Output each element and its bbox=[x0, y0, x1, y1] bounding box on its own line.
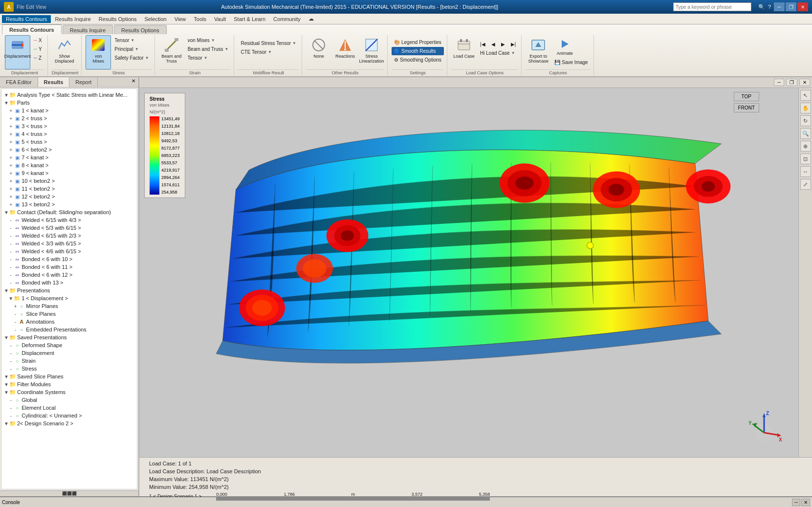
vp-close-button[interactable]: ✕ bbox=[799, 79, 810, 86]
close-button[interactable]: ✕ bbox=[797, 2, 808, 11]
smooth-results-button[interactable]: 🔵 Smooth Results bbox=[392, 47, 444, 55]
expand-button[interactable]: + bbox=[8, 162, 14, 168]
hi-load-case-button[interactable]: Hi Load Case ▼ bbox=[478, 49, 518, 57]
tree-item[interactable]: +▣13 < beton2 > bbox=[1, 200, 137, 208]
stress-linearization-button[interactable]: StressLinearization bbox=[359, 35, 384, 69]
tree-item[interactable]: -⇔Welded < 6/15 with 4/3 > bbox=[1, 216, 137, 224]
expand-button[interactable]: - bbox=[8, 405, 14, 411]
export-showcase-button[interactable]: Export toShowcase bbox=[526, 35, 551, 69]
smoothing-options-button[interactable]: ⚙ Smoothing Options bbox=[392, 56, 444, 64]
menu-cloud[interactable]: ☁ bbox=[305, 15, 318, 23]
menu-view[interactable]: View bbox=[171, 15, 190, 23]
expand-button[interactable]: - bbox=[12, 319, 18, 325]
tree-item[interactable]: ▼📁Saved Presentations bbox=[1, 333, 137, 341]
expand-button[interactable]: - bbox=[8, 272, 14, 278]
tab-results-options[interactable]: Results Options bbox=[114, 25, 167, 34]
expand-button[interactable]: + bbox=[8, 123, 14, 129]
von-mises-button[interactable]: vonMises bbox=[86, 35, 111, 69]
expand-button[interactable]: + bbox=[8, 170, 14, 176]
menu-tools[interactable]: Tools bbox=[190, 15, 210, 23]
expand-button[interactable]: ▼ bbox=[3, 100, 9, 106]
search-icon[interactable]: 🔍 bbox=[758, 4, 765, 10]
tree-item[interactable]: -AAnnotations bbox=[1, 318, 137, 326]
tree-item[interactable]: -○Embedded Presentations bbox=[1, 326, 137, 333]
tree-item[interactable]: ▼📁Analysis Type < Static Stress with Lin… bbox=[1, 91, 137, 99]
tree-item[interactable]: -⇔Bonded < 6 with 11 > bbox=[1, 263, 137, 271]
tree-item[interactable]: -⇔Welded < 3/3 with 6/15 > bbox=[1, 240, 137, 247]
expand-button[interactable]: - bbox=[12, 311, 18, 317]
lc-last-button[interactable]: ▶| bbox=[508, 40, 519, 48]
tree-item[interactable]: +▣4 < truss > bbox=[1, 130, 137, 138]
cte-tensor-button[interactable]: CTE Tensor ▼ bbox=[238, 48, 299, 56]
tree-item[interactable]: +▣7 < kanat > bbox=[1, 154, 137, 161]
tree-item[interactable]: +▣9 < kanat > bbox=[1, 169, 137, 177]
strain-beam-truss-button[interactable]: Beam and Truss ▼ bbox=[185, 45, 231, 53]
expand-button[interactable]: ▼ bbox=[3, 334, 9, 340]
canvas-area[interactable]: Stress von Mises N/(m^2) 13451,49 12131,… bbox=[139, 88, 798, 457]
menu-results-contours[interactable]: Results Contours bbox=[2, 15, 51, 23]
expand-button[interactable]: - bbox=[8, 264, 14, 270]
expand-button[interactable]: + bbox=[8, 147, 14, 153]
tree-item[interactable]: -⇔Welded < 6/15 with 2/3 > bbox=[1, 232, 137, 240]
legend-properties-button[interactable]: 🎨 Legend Properties bbox=[392, 38, 444, 46]
expand-button[interactable]: - bbox=[8, 256, 14, 262]
tree-item[interactable]: -○Global bbox=[1, 396, 137, 404]
expand-button[interactable]: ▼ bbox=[8, 295, 14, 301]
tree-item[interactable]: +▣11 < beton2 > bbox=[1, 185, 137, 193]
tree-item[interactable]: +▣8 < kanat > bbox=[1, 161, 137, 169]
beam-truss-button[interactable]: Beam andTruss bbox=[159, 35, 184, 69]
tree-item[interactable]: +▣3 < truss > bbox=[1, 122, 137, 130]
expand-button[interactable]: - bbox=[8, 217, 14, 223]
minimize-button[interactable]: ─ bbox=[774, 2, 785, 11]
menu-community[interactable]: Community bbox=[269, 15, 305, 23]
axis-y-button[interactable]: ─ Y bbox=[31, 45, 44, 53]
lc-first-button[interactable]: |◀ bbox=[478, 40, 488, 48]
expand-button[interactable]: ▼ bbox=[3, 287, 9, 293]
console-close[interactable]: ✕ bbox=[801, 499, 810, 506]
menu-results-options[interactable]: Results Options bbox=[95, 15, 141, 23]
zoom-window-tool[interactable]: ⊕ bbox=[800, 141, 811, 152]
search-input[interactable] bbox=[673, 2, 751, 11]
expand-button[interactable]: - bbox=[8, 248, 14, 254]
tree-item[interactable]: +▣5 < truss > bbox=[1, 138, 137, 146]
tree-item[interactable]: ▼📁Saved Slice Planes bbox=[1, 373, 137, 380]
tab-results[interactable]: Results bbox=[38, 77, 70, 87]
tool8[interactable]: ⤢ bbox=[800, 179, 811, 190]
expand-button[interactable]: ▼ bbox=[3, 420, 9, 426]
expand-button[interactable]: + bbox=[8, 178, 14, 184]
tree-item[interactable]: ▼📁Presentations bbox=[1, 287, 137, 294]
tree-item[interactable]: -⇔Bonded < 6 with 12 > bbox=[1, 271, 137, 279]
expand-button[interactable]: + bbox=[8, 108, 14, 113]
pan-tool[interactable]: ✋ bbox=[800, 103, 811, 113]
tree-item[interactable]: -○Displacement bbox=[1, 349, 137, 357]
expand-button[interactable]: + bbox=[8, 201, 14, 207]
tree-item[interactable]: ▼📁Parts bbox=[1, 99, 137, 107]
tree-item[interactable]: -○Cylindrical: < Unnamed > bbox=[1, 412, 137, 419]
expand-button[interactable]: - bbox=[8, 233, 14, 239]
tree-item[interactable]: +▣10 < beton2 > bbox=[1, 177, 137, 185]
tab-results-contours[interactable]: Results Contours bbox=[2, 24, 62, 34]
safety-factor-button[interactable]: Safety Factor ▼ bbox=[112, 54, 151, 62]
expand-button[interactable]: ▼ bbox=[3, 92, 9, 98]
none-button[interactable]: None bbox=[306, 35, 331, 69]
expand-button[interactable]: ▼ bbox=[3, 374, 9, 379]
residual-stress-button[interactable]: Residual Stress Tensor ▼ bbox=[238, 39, 299, 47]
expand-button[interactable]: - bbox=[8, 342, 14, 348]
save-image-button[interactable]: 💾 Save Image bbox=[552, 58, 590, 66]
expand-button[interactable]: ▼ bbox=[3, 209, 9, 215]
resize-handle[interactable]: ⬛⬛⬛ bbox=[62, 491, 77, 496]
select-tool[interactable]: ↖ bbox=[800, 90, 811, 101]
tool7[interactable]: ↔ bbox=[800, 166, 811, 177]
principal-button[interactable]: Principal ▼ bbox=[112, 45, 151, 53]
help-icon[interactable]: ? bbox=[768, 4, 771, 10]
expand-button[interactable]: - bbox=[8, 350, 14, 356]
tree-item[interactable]: -⇔Welded < 4/6 with 6/15 > bbox=[1, 247, 137, 255]
tree-item[interactable]: +▣2 < truss > bbox=[1, 114, 137, 122]
expand-button[interactable]: + bbox=[8, 154, 14, 160]
tree-item[interactable]: ▼📁Contact (Default: Sliding/no separatio… bbox=[1, 208, 137, 216]
expand-button[interactable]: ▼ bbox=[3, 381, 9, 387]
expand-button[interactable]: - bbox=[8, 358, 14, 364]
menu-vault[interactable]: Vault bbox=[210, 15, 230, 23]
expand-button[interactable]: - bbox=[8, 280, 14, 286]
expand-button[interactable]: - bbox=[8, 241, 14, 246]
